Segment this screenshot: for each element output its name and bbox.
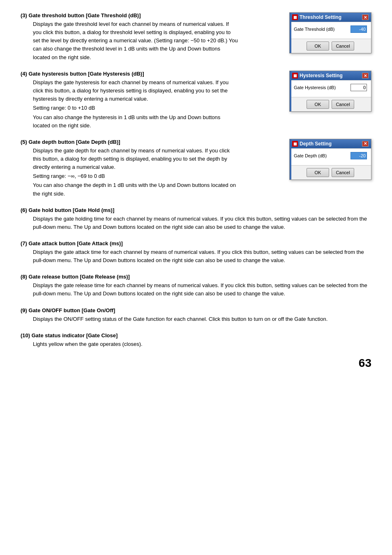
depth-input[interactable] xyxy=(350,152,367,159)
hysteresis-close-button[interactable]: ✕ xyxy=(362,73,369,78)
depth-label: Gate Depth (dB) xyxy=(294,153,327,158)
section-7-header: (7) Gate attack button [Gate Attack (ms)… xyxy=(21,240,371,246)
hysteresis-dialog-titlebar: ▦ Hysteresis Setting ✕ xyxy=(290,71,371,80)
hysteresis-ok-button[interactable]: OK xyxy=(307,100,329,109)
threshold-dialog: ▦ Threshold Setting ✕ Gate Threshold (dB… xyxy=(289,12,371,53)
threshold-dialog-title: Threshold Setting xyxy=(300,14,341,20)
hysteresis-row: Gate Hysteresis (dB) xyxy=(294,84,367,91)
section-7-title: Gate attack button [Gate Attack (ms)] xyxy=(29,240,123,246)
section-3-body: Displays the gate threshold level for ea… xyxy=(33,20,238,62)
section-8-header: (8) Gate release button [Gate Release (m… xyxy=(21,274,371,280)
section-5-text-2: You can also change the depth in 1 dB un… xyxy=(33,181,238,198)
page: (3) Gate threshold button [Gate Threshol… xyxy=(0,0,392,382)
section-8: (8) Gate release button [Gate Release (m… xyxy=(21,274,371,298)
section-4-text-0: Displays the gate hysteresis for each ch… xyxy=(33,78,238,103)
dialog-accent xyxy=(290,13,291,53)
section-4-text-2: You can also change the hysteresis in 1 … xyxy=(33,113,238,130)
dialog-app-icon: ▦ xyxy=(292,14,298,20)
threshold-dialog-content: Gate Threshold (dB) xyxy=(290,22,371,39)
section-5-body: Displays the gate depth for each channel… xyxy=(33,147,238,198)
section-6: (6) Gate hold button [Gate Hold (ms)] Di… xyxy=(21,207,371,231)
depth-dialog-titlebar: ▦ Depth Setting ✕ xyxy=(290,139,371,148)
section-5-text-1: Setting range: −∞, −69 to 0 dB xyxy=(33,172,238,180)
hysteresis-dialog-window: ▦ Hysteresis Setting ✕ Gate Hysteresis (… xyxy=(289,71,371,112)
threshold-ok-button[interactable]: OK xyxy=(307,41,329,51)
threshold-row: Gate Threshold (dB) xyxy=(294,25,367,33)
threshold-label: Gate Threshold (dB) xyxy=(294,27,334,32)
hysteresis-cancel-button[interactable]: Cancel xyxy=(332,100,354,109)
section-7-number: (7) xyxy=(21,240,27,246)
section-3: (3) Gate threshold button [Gate Threshol… xyxy=(21,12,371,62)
section-10-body: Lights yellow when the gate operates (cl… xyxy=(33,340,371,348)
section-9-number: (9) xyxy=(21,307,27,313)
hysteresis-dialog: ▦ Hysteresis Setting ✕ Gate Hysteresis (… xyxy=(289,71,371,112)
section-5: (5) Gate depth button [Gate Depth (dB)] … xyxy=(21,139,371,198)
section-10-title: Gate status indicator [Gate Close] xyxy=(32,332,118,339)
section-5-text-0: Displays the gate depth for each channel… xyxy=(33,147,238,171)
dialog-accent-3 xyxy=(290,139,291,180)
section-4-text-1: Setting range: 0 to +10 dB xyxy=(33,104,238,112)
section-10-text: Lights yellow when the gate operates (cl… xyxy=(33,340,371,348)
depth-dialog-title: Depth Setting xyxy=(300,141,332,147)
section-10-header: (10) Gate status indicator [Gate Close] xyxy=(21,332,371,339)
section-9-body: Displays the ON/OFF setting status of th… xyxy=(33,315,371,323)
depth-titlebar-left: ▦ Depth Setting xyxy=(292,141,332,147)
dialog-accent-2 xyxy=(290,71,291,111)
section-9-text: Displays the ON/OFF setting status of th… xyxy=(33,315,371,323)
section-7-text: Displays the gate attack time for each c… xyxy=(33,248,371,265)
hysteresis-dialog-title: Hysteresis Setting xyxy=(300,73,343,78)
section-10: (10) Gate status indicator [Gate Close] … xyxy=(21,332,371,348)
titlebar-left: ▦ Threshold Setting xyxy=(292,14,341,20)
hysteresis-dialog-buttons: OK Cancel xyxy=(290,97,371,111)
section-6-header: (6) Gate hold button [Gate Hold (ms)] xyxy=(21,207,371,213)
depth-close-button[interactable]: ✕ xyxy=(362,141,369,147)
section-3-title: Gate threshold button [Gate Threshold (d… xyxy=(29,12,141,18)
hysteresis-label: Gate Hysteresis (dB) xyxy=(294,85,336,90)
section-5-number: (5) xyxy=(21,139,27,145)
section-4-body: Displays the gate hysteresis for each ch… xyxy=(33,78,238,130)
section-3-text: Displays the gate threshold level for ea… xyxy=(33,20,238,62)
section-6-title: Gate hold button [Gate Hold (ms)] xyxy=(29,207,115,213)
threshold-input[interactable] xyxy=(350,25,367,33)
threshold-dialog-window: ▦ Threshold Setting ✕ Gate Threshold (dB… xyxy=(289,12,371,53)
depth-dialog-buttons: OK Cancel xyxy=(290,166,371,180)
section-8-title: Gate release button [Gate Release (ms)] xyxy=(29,274,130,280)
section-4: (4) Gate hysteresis button [Gate Hystere… xyxy=(21,71,371,130)
section-8-number: (8) xyxy=(21,274,27,280)
section-6-number: (6) xyxy=(21,207,27,213)
section-3-number: (3) xyxy=(21,12,27,18)
threshold-close-button[interactable]: ✕ xyxy=(362,14,369,20)
hysteresis-input[interactable] xyxy=(350,84,367,91)
hysteresis-dialog-app-icon: ▦ xyxy=(292,73,298,78)
threshold-cancel-button[interactable]: Cancel xyxy=(332,41,354,51)
threshold-dialog-buttons: OK Cancel xyxy=(290,39,371,53)
depth-row: Gate Depth (dB) xyxy=(294,152,367,159)
depth-dialog: ▦ Depth Setting ✕ Gate Depth (dB) OK Can… xyxy=(289,139,371,180)
section-6-text: Displays the gate holding time for each … xyxy=(33,215,371,231)
section-9: (9) Gate ON/OFF button [Gate On/Off] Dis… xyxy=(21,307,371,323)
section-8-text: Displays the gate release time for each … xyxy=(33,281,371,298)
section-8-body: Displays the gate release time for each … xyxy=(33,281,371,298)
hysteresis-titlebar-left: ▦ Hysteresis Setting xyxy=(292,73,343,78)
depth-dialog-app-icon: ▦ xyxy=(292,141,298,147)
section-4-number: (4) xyxy=(21,71,27,77)
section-10-number: (10) xyxy=(21,332,30,339)
page-number: 63 xyxy=(359,357,371,370)
section-7-body: Displays the gate attack time for each c… xyxy=(33,248,371,265)
section-4-title: Gate hysteresis button [Gate Hysteresis … xyxy=(29,71,144,77)
section-9-title: Gate ON/OFF button [Gate On/Off] xyxy=(29,307,115,313)
section-7: (7) Gate attack button [Gate Attack (ms)… xyxy=(21,240,371,265)
depth-dialog-window: ▦ Depth Setting ✕ Gate Depth (dB) OK Can… xyxy=(289,139,371,180)
depth-cancel-button[interactable]: Cancel xyxy=(332,168,354,177)
depth-dialog-content: Gate Depth (dB) xyxy=(290,148,371,166)
hysteresis-dialog-content: Gate Hysteresis (dB) xyxy=(290,80,371,97)
depth-ok-button[interactable]: OK xyxy=(307,168,329,177)
threshold-dialog-titlebar: ▦ Threshold Setting ✕ xyxy=(290,13,371,22)
section-9-header: (9) Gate ON/OFF button [Gate On/Off] xyxy=(21,307,371,313)
section-5-title: Gate depth button [Gate Depth (dB)] xyxy=(29,139,120,145)
section-6-body: Displays the gate holding time for each … xyxy=(33,215,371,231)
